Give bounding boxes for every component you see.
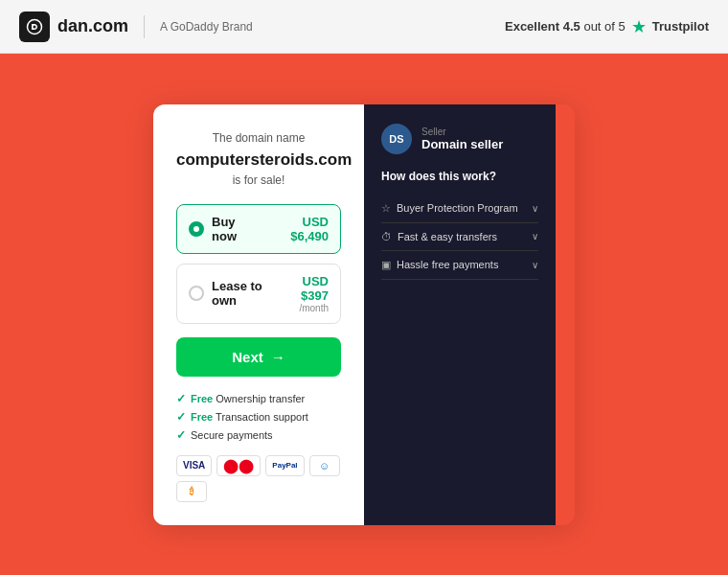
seller-avatar: DS: [381, 124, 412, 154]
buy-now-radio: [189, 221, 204, 237]
mastercard-icon: ⬤⬤: [216, 455, 261, 476]
clock-icon: ⏱: [381, 231, 392, 242]
dan-logo: dan.com: [19, 12, 128, 42]
trustpilot-star-icon: ★: [631, 16, 647, 37]
godaddy-label: A GoDaddy Brand: [160, 20, 253, 34]
bitcoin-icon: ₿: [176, 481, 207, 502]
right-card: DS Seller Domain seller How does this wo…: [364, 104, 556, 525]
paypal-icon: PayPal: [265, 455, 304, 476]
svg-point-1: [34, 25, 36, 28]
feature-item: ✓ Free Ownership transfer: [176, 392, 341, 405]
domain-name: computersteroids.com: [176, 150, 341, 170]
feature-item: ✓ Secure payments: [176, 428, 341, 442]
header: dan.com A GoDaddy Brand Excellent 4.5 ou…: [0, 0, 728, 54]
logo-text: dan.com: [57, 16, 128, 36]
dan-logo-icon: [19, 12, 50, 42]
visa-icon: VISA: [176, 455, 212, 476]
chevron-down-icon: ∨: [532, 231, 538, 242]
how-it-works-label: How does this work?: [381, 170, 538, 183]
payment-icons: VISA ⬤⬤ PayPal ☺ ₿: [176, 455, 341, 502]
seller-name: Domain seller: [421, 137, 503, 151]
left-card: The domain name computersteroids.com is …: [153, 104, 364, 525]
lease-label: Lease to own: [212, 279, 278, 308]
buy-now-option[interactable]: Buy now USD $6,490: [176, 204, 341, 254]
faq-buyer-protection: ☆ Buyer Protection Program ∨: [381, 195, 538, 223]
header-left: dan.com A GoDaddy Brand: [19, 12, 253, 42]
seller-header: DS Seller Domain seller: [381, 124, 538, 154]
card-container: The domain name computersteroids.com is …: [153, 104, 575, 525]
trustpilot-brand: Trustpilot: [652, 19, 709, 34]
lease-radio: [189, 286, 204, 301]
main-content: The domain name computersteroids.com is …: [0, 54, 728, 575]
seller-type-label: Seller: [421, 126, 503, 137]
chevron-down-icon: ∨: [532, 203, 538, 214]
lease-price: USD $397 /month: [278, 274, 329, 313]
buy-now-label: Buy now: [212, 215, 262, 243]
buyer-protection-icon: ☆: [381, 202, 391, 215]
features-list: ✓ Free Ownership transfer ✓ Free Transac…: [176, 392, 341, 442]
divider: [144, 15, 145, 38]
payment-shield-icon: ▣: [381, 259, 391, 271]
lease-option[interactable]: Lease to own USD $397 /month: [176, 264, 341, 324]
domain-label: The domain name: [176, 131, 341, 145]
trustpilot-rating: Excellent 4.5 out of 5: [505, 19, 626, 34]
for-sale-label: is for sale!: [176, 173, 341, 187]
faq-fast-transfers: ⏱ Fast & easy transfers ∨: [381, 223, 538, 251]
header-right: Excellent 4.5 out of 5 ★ Trustpilot: [505, 16, 709, 37]
next-button[interactable]: Next →: [176, 337, 341, 377]
faq-hassle-free: ▣ Hassle free payments ∨: [381, 251, 538, 280]
amex-icon: ☺: [309, 455, 340, 476]
chevron-down-icon: ∨: [532, 260, 538, 270]
buy-now-price: USD $6,490: [262, 215, 329, 243]
feature-item: ✓ Free Transaction support: [176, 410, 341, 424]
